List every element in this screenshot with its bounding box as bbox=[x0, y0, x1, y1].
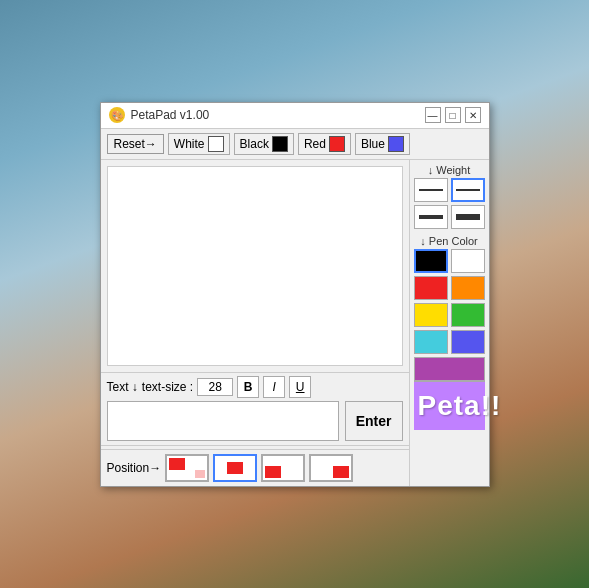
peta-banner: Peta!! bbox=[414, 381, 485, 430]
white-color-button[interactable]: White bbox=[168, 133, 230, 155]
app-window: 🎨 PetaPad v1.00 — □ ✕ Reset→ White Black… bbox=[100, 102, 490, 487]
pen-color-white[interactable] bbox=[451, 249, 485, 273]
black-swatch bbox=[272, 136, 288, 152]
minimize-button[interactable]: — bbox=[425, 107, 441, 123]
app-icon: 🎨 bbox=[109, 107, 125, 123]
red-swatch bbox=[329, 136, 345, 152]
text-input-row: Enter bbox=[101, 401, 409, 445]
pen-color-blue[interactable] bbox=[451, 330, 485, 354]
pen-color-red[interactable] bbox=[414, 276, 448, 300]
main-area: Text ↓ text-size : B I U Enter Position→ bbox=[101, 160, 489, 486]
color-toolbar: Reset→ White Black Red Blue bbox=[101, 129, 489, 160]
weight-button-3[interactable] bbox=[414, 205, 448, 229]
white-swatch bbox=[208, 136, 224, 152]
blue-label: Blue bbox=[361, 137, 385, 151]
position-row: Position→ bbox=[101, 449, 409, 486]
position-button-1[interactable] bbox=[165, 454, 209, 482]
text-input[interactable] bbox=[107, 401, 339, 441]
window-controls: — □ ✕ bbox=[425, 107, 481, 123]
title-bar: 🎨 PetaPad v1.00 — □ ✕ bbox=[101, 103, 489, 129]
pen-color-label: ↓ Pen Color bbox=[414, 235, 485, 247]
weight-line-3 bbox=[419, 215, 443, 219]
weight-button-4[interactable] bbox=[451, 205, 485, 229]
weight-label: ↓ Weight bbox=[414, 164, 485, 176]
pen-color-purple[interactable] bbox=[414, 357, 485, 381]
red-label: Red bbox=[304, 137, 326, 151]
weight-grid bbox=[414, 178, 485, 229]
text-label: Text ↓ bbox=[107, 380, 138, 394]
pen-color-black[interactable] bbox=[414, 249, 448, 273]
blue-swatch bbox=[388, 136, 404, 152]
position-button-3[interactable] bbox=[261, 454, 305, 482]
window-title: PetaPad v1.00 bbox=[131, 108, 425, 122]
side-panel: ↓ Weight ↓ Pen Color bbox=[409, 160, 489, 486]
pen-color-green[interactable] bbox=[451, 303, 485, 327]
maximize-button[interactable]: □ bbox=[445, 107, 461, 123]
pen-color-orange[interactable] bbox=[451, 276, 485, 300]
black-color-button[interactable]: Black bbox=[234, 133, 294, 155]
position-button-2[interactable] bbox=[213, 454, 257, 482]
white-label: White bbox=[174, 137, 205, 151]
weight-line-2 bbox=[456, 189, 480, 191]
drawing-canvas[interactable] bbox=[107, 166, 403, 366]
text-size-label: text-size : bbox=[142, 380, 193, 394]
red-color-button[interactable]: Red bbox=[298, 133, 351, 155]
pen-color-cyan[interactable] bbox=[414, 330, 448, 354]
bold-button[interactable]: B bbox=[237, 376, 259, 398]
weight-button-1[interactable] bbox=[414, 178, 448, 202]
canvas-area: Text ↓ text-size : B I U Enter Position→ bbox=[101, 160, 409, 486]
enter-button[interactable]: Enter bbox=[345, 401, 403, 441]
text-size-input[interactable] bbox=[197, 378, 233, 396]
reset-button[interactable]: Reset→ bbox=[107, 134, 164, 154]
position-label: Position→ bbox=[107, 461, 162, 475]
weight-line-1 bbox=[419, 189, 443, 191]
black-label: Black bbox=[240, 137, 269, 151]
weight-button-2[interactable] bbox=[451, 178, 485, 202]
pen-color-yellow[interactable] bbox=[414, 303, 448, 327]
blue-color-button[interactable]: Blue bbox=[355, 133, 410, 155]
underline-button[interactable]: U bbox=[289, 376, 311, 398]
position-button-4[interactable] bbox=[309, 454, 353, 482]
close-button[interactable]: ✕ bbox=[465, 107, 481, 123]
text-toolbar: Text ↓ text-size : B I U bbox=[101, 372, 409, 401]
weight-line-4 bbox=[456, 214, 480, 220]
italic-button[interactable]: I bbox=[263, 376, 285, 398]
pen-color-grid bbox=[414, 249, 485, 381]
